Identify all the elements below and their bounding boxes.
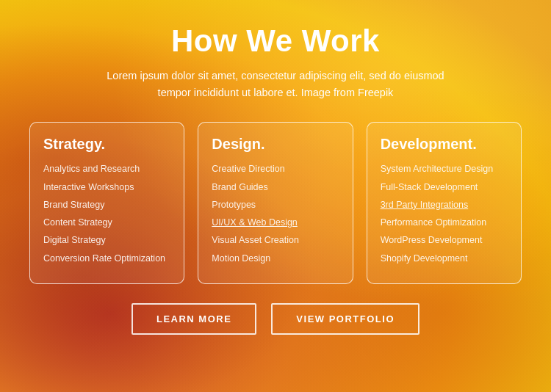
list-item[interactable]: WordPress Development (381, 234, 508, 246)
subtitle-line1: Lorem ipsum dolor sit amet, consectetur … (107, 70, 444, 81)
card-strategy-title: Strategy. (43, 136, 170, 153)
main-content: How We Work Lorem ipsum dolor sit amet, … (0, 0, 551, 355)
list-item[interactable]: Interactive Workshops (43, 181, 170, 193)
learn-more-button[interactable]: LEARN MORE (132, 303, 256, 335)
list-item[interactable]: Conversion Rate Optimization (43, 253, 170, 264)
list-item[interactable]: Performance Optimization (381, 217, 508, 228)
list-item[interactable]: Full-Stack Development (381, 181, 508, 193)
list-item[interactable]: Digital Strategy (43, 234, 170, 246)
list-item[interactable]: Brand Strategy (43, 199, 170, 211)
list-item[interactable]: Shopify Development (381, 253, 508, 264)
buttons-container: LEARN MORE VIEW PORTFOLIO (132, 303, 419, 335)
list-item[interactable]: 3rd Party Integrations (381, 199, 508, 211)
list-item[interactable]: Brand Guides (212, 181, 339, 193)
card-design-title: Design. (212, 136, 339, 153)
subtitle-line2: tempor incididunt ut labore et. Image fr… (158, 87, 394, 98)
card-strategy: Strategy. Analytics and Research Interac… (29, 122, 184, 284)
page-subtitle: Lorem ipsum dolor sit amet, consectetur … (107, 68, 444, 101)
card-development: Development. System Architecture Design … (367, 122, 522, 284)
list-item[interactable]: Prototypes (212, 199, 339, 211)
list-item[interactable]: System Architecture Design (381, 163, 508, 175)
list-item[interactable]: Motion Design (212, 253, 339, 264)
cards-container: Strategy. Analytics and Research Interac… (29, 122, 522, 284)
page-title: How We Work (171, 23, 380, 59)
card-design: Design. Creative Direction Brand Guides … (198, 122, 353, 284)
list-item[interactable]: UI/UX & Web Design (212, 217, 339, 228)
list-item[interactable]: Analytics and Research (43, 163, 170, 175)
list-item[interactable]: Content Strategy (43, 217, 170, 228)
card-development-title: Development. (381, 136, 508, 153)
background: How We Work Lorem ipsum dolor sit amet, … (0, 0, 551, 392)
list-item[interactable]: Creative Direction (212, 163, 339, 175)
list-item[interactable]: Visual Asset Creation (212, 234, 339, 246)
view-portfolio-button[interactable]: VIEW PORTFOLIO (271, 303, 419, 335)
